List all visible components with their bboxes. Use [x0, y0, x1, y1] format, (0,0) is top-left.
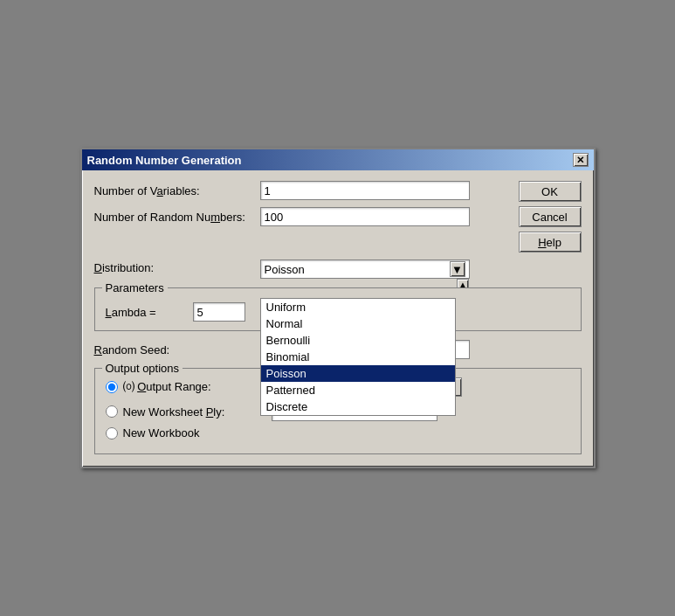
new-worksheet-label-text: New Worksheet Ply:: [123, 405, 225, 419]
variables-label: Number of Variables:: [94, 184, 260, 197]
output-range-radio-label: ⒪ Output Range:: [106, 379, 272, 395]
new-workbook-label-text: New Workbook: [123, 426, 200, 440]
dropdown-selected-value: Poisson: [265, 263, 305, 276]
dropdown-item-normal[interactable]: Normal: [261, 315, 455, 332]
close-button[interactable]: ✕: [573, 153, 589, 167]
output-range-label-text: ⒪ Output Range:: [123, 379, 211, 395]
seed-label: Random Seed:: [94, 343, 260, 356]
lambda-input[interactable]: [193, 302, 245, 322]
title-bar: Random Number Generation ✕: [82, 149, 594, 170]
variables-input[interactable]: [260, 181, 470, 200]
random-numbers-label: Number of Random Numbers:: [94, 211, 260, 224]
ok-button[interactable]: OK: [519, 181, 582, 202]
new-workbook-radio[interactable]: [106, 427, 118, 440]
dropdown-item-discrete[interactable]: Discrete: [261, 398, 455, 415]
dropdown-item-binomial[interactable]: Binomial: [261, 349, 455, 365]
output-options-legend: Output options: [102, 362, 183, 375]
new-workbook-row: New Workbook: [106, 426, 570, 440]
distribution-section: Distribution: Poisson ▼ Uniform Normal B…: [94, 260, 582, 279]
dropdown-list: Uniform Normal Bernoulli Binomial Poisso…: [260, 298, 456, 416]
variables-row: Number of Variables:: [94, 181, 510, 200]
random-numbers-input[interactable]: [260, 207, 470, 226]
new-workbook-radio-label: New Workbook: [106, 426, 272, 440]
dropdown-arrow-button[interactable]: ▼: [450, 261, 465, 277]
distribution-label: Distribution:: [94, 260, 260, 274]
dropdown-item-poisson[interactable]: Poisson: [261, 365, 455, 382]
cancel-button[interactable]: Cancel: [519, 206, 582, 227]
new-worksheet-radio-label: New Worksheet Ply:: [106, 405, 272, 419]
dropdown-header[interactable]: Poisson ▼: [260, 260, 470, 279]
lambda-label: Lambda =: [106, 306, 193, 319]
dropdown-item-patterned[interactable]: Patterned: [261, 382, 455, 398]
buttons-column: OK Cancel Help: [519, 181, 582, 253]
distribution-dropdown[interactable]: Poisson ▼ Uniform Normal Bernoulli Binom…: [260, 260, 470, 279]
dropdown-item-bernoulli[interactable]: Bernoulli: [261, 332, 455, 349]
top-section: Number of Variables: Number of Random Nu…: [94, 181, 582, 253]
dialog-body: Number of Variables: Number of Random Nu…: [82, 170, 594, 467]
new-worksheet-radio[interactable]: [106, 405, 118, 418]
chevron-down-icon: ▼: [451, 263, 463, 276]
dropdown-item-uniform[interactable]: Uniform: [261, 299, 455, 315]
parameters-legend: Parameters: [102, 281, 168, 294]
random-numbers-row: Number of Random Numbers:: [94, 207, 510, 226]
random-number-dialog: Random Number Generation ✕ Number of Var…: [80, 148, 596, 468]
output-range-radio[interactable]: [106, 381, 118, 393]
form-rows: Number of Variables: Number of Random Nu…: [94, 181, 510, 233]
dialog-title: Random Number Generation: [87, 154, 242, 167]
help-button[interactable]: Help: [519, 232, 582, 253]
